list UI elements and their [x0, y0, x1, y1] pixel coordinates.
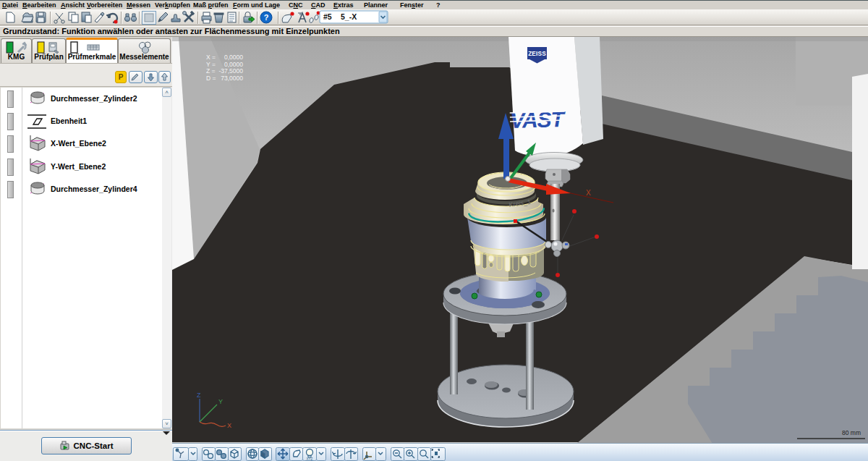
svg-text:Y: Y — [218, 398, 223, 405]
svg-text:80 mm: 80 mm — [842, 429, 861, 436]
svg-text:5_-X: 5_-X — [341, 12, 357, 21]
svg-text:?: ? — [264, 13, 269, 22]
svg-text:X =: X = — [206, 54, 216, 61]
svg-text:73,0000: 73,0000 — [221, 75, 243, 82]
svg-text:Z =: Z = — [206, 67, 216, 75]
svg-text:0,0000: 0,0000 — [224, 54, 243, 61]
svg-text:ZEISS: ZEISS — [528, 51, 546, 57]
svg-text:0,0000: 0,0000 — [224, 61, 243, 68]
svg-text:#5: #5 — [323, 12, 332, 21]
svg-text:Y =: Y = — [206, 61, 216, 68]
svg-text:D =: D = — [206, 75, 216, 82]
svg-text:X: X — [586, 189, 591, 197]
svg-text:X: X — [227, 422, 231, 429]
svg-text:-37,5000: -37,5000 — [218, 67, 243, 75]
svg-text:Z: Z — [197, 392, 201, 399]
svg-text:XYZ: XYZ — [307, 457, 313, 461]
